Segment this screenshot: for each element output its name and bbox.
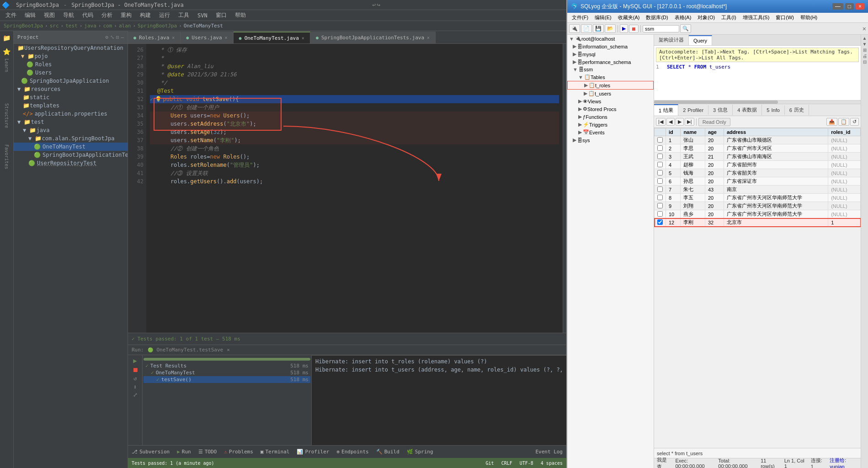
sqlyog-btn-connect[interactable]: 🔌 (569, 24, 580, 33)
db-tree-sys[interactable]: ▶ 🗄 sys (567, 136, 654, 144)
bc-test[interactable]: test (65, 23, 78, 29)
col-header-name[interactable]: name (681, 128, 705, 136)
sidebar-expand-icon[interactable]: ⤡ (110, 34, 114, 40)
sidebar-gear-icon[interactable]: ⊡ (116, 34, 119, 40)
menu-help[interactable]: 帮助 (231, 11, 250, 20)
result-row-4-cb[interactable] (655, 161, 666, 169)
result-row-1-cb[interactable] (655, 136, 666, 144)
icon-structure[interactable]: Structure (2, 111, 12, 121)
icon-project[interactable]: 📁 (2, 33, 12, 43)
sqlyog-menu-obj[interactable]: 对象(O) (695, 13, 718, 22)
icon-favorites[interactable]: ⭐ (2, 47, 12, 57)
menu-svn[interactable]: SVN (194, 11, 211, 20)
sqlyog-menu-table[interactable]: 表格(A) (672, 13, 694, 22)
tab-onetomany[interactable]: ● OneToManyTest.java × (234, 32, 310, 43)
editor-scrollbar[interactable] (563, 44, 566, 333)
sqlyog-tab-query[interactable]: Query (689, 35, 712, 45)
menu-build[interactable]: 构建 (136, 11, 154, 20)
result-row-8-cb[interactable] (655, 194, 666, 202)
menu-analyze[interactable]: 分析 (98, 11, 116, 20)
tool-event-log[interactable]: Event Log (535, 449, 563, 455)
result-btn-refresh[interactable]: ↺ (850, 118, 859, 126)
db-tree-views[interactable]: ▶ 👁 Views (567, 97, 654, 105)
tree-item-onetomany[interactable]: 🟢 OneToManyTest (14, 143, 128, 151)
tool-run[interactable]: ▶ Run (177, 449, 191, 455)
test-result-row-2[interactable]: ✓ testSave() 518 ms (144, 376, 310, 383)
result-row-6-cb[interactable] (655, 177, 666, 186)
tree-item-roles[interactable]: 🟢 Roles (14, 60, 128, 69)
sqlyog-menu-tools[interactable]: 工具(I) (719, 13, 739, 22)
col-header-address[interactable]: address (724, 128, 828, 136)
sqlyog-side-icon-1[interactable]: ▲ (863, 36, 867, 41)
result-row-2[interactable]: 2 李思 20 广东省广州市天河区 (NULL) (655, 144, 861, 153)
sqlyog-search-input[interactable] (643, 25, 679, 32)
col-header-id[interactable]: id (666, 128, 681, 136)
test-stop-btn[interactable]: ⏹ (132, 366, 138, 373)
result-row-6[interactable]: 6 孙思 20 广东省深证市 (NULL) (655, 177, 861, 186)
db-tree-mysql[interactable]: ▶ 🗄 mysql (567, 50, 654, 58)
tree-item-resources[interactable]: ▼ 📁 resources (14, 85, 128, 93)
db-tree-t-users[interactable]: ▶ 📋 t_users (567, 90, 654, 97)
tree-item-appprops[interactable]: </> application.properties (14, 110, 128, 118)
result-row-3[interactable]: 3 王武 21 广东省佛山市南海区 (NULL) (655, 153, 861, 161)
sqlyog-minimize-btn[interactable]: — (832, 3, 843, 10)
result-row-12-cb[interactable] (655, 218, 666, 227)
tool-problems[interactable]: ⚠ Problems (224, 449, 253, 455)
icon-favorites2[interactable]: Favorites (2, 152, 12, 162)
result-row-2-cb[interactable] (655, 144, 666, 153)
result-row-8[interactable]: 8 李五 20 广东省广州市天河区华南师范大学 (NULL) (655, 194, 861, 202)
toolbar-center-btn1[interactable]: ↩ (373, 1, 376, 8)
tab-users[interactable]: ● Users.java × (181, 32, 233, 43)
tool-subversion[interactable]: ⎇ Subversion (132, 449, 170, 455)
result-row-5[interactable]: 5 钱海 20 广东省韶关市 (NULL) (655, 169, 861, 177)
menu-navigate[interactable]: 导航 (59, 11, 78, 20)
tree-item-springapp[interactable]: 🟢 SpringBootJpaApplication (14, 77, 128, 85)
result-btn-export[interactable]: 📤 (826, 118, 837, 126)
sql-query-text[interactable]: SELECT * FROM t_users (667, 64, 730, 70)
sqlyog-menu-help[interactable]: 帮助(H) (798, 13, 820, 22)
sqlyog-right-close[interactable]: × (863, 25, 866, 32)
sqlyog-btn-new[interactable]: 📄 (581, 24, 592, 33)
result-row-12[interactable]: 12 李刚 32 北京市 1 (655, 218, 861, 227)
tree-item-users[interactable]: 🟢 Users (14, 69, 128, 77)
result-btn-last[interactable]: ▶| (685, 118, 694, 126)
sqlyog-search-btn[interactable]: 🔍 (680, 24, 691, 33)
result-row-4[interactable]: 4 赵柳 20 广东省韶州市 (NULL) (655, 161, 861, 169)
sqlyog-menu-edit[interactable]: 编辑(E) (592, 13, 614, 22)
tree-item-springapptests[interactable]: 🟢 SpringBootJpaApplicationTests (14, 151, 128, 159)
tab-roles[interactable]: ● Roles.java × (128, 32, 181, 43)
tool-endpoints[interactable]: ⊕ Endpoints (336, 449, 368, 455)
tree-item-static[interactable]: 📁 static (14, 93, 128, 101)
sql-result-scroll[interactable]: id name age address roles_id (654, 128, 861, 448)
test-result-row-0[interactable]: ✓ Test Results 518 ms (144, 362, 310, 369)
menu-edit[interactable]: 编辑 (21, 11, 39, 20)
tool-profiler[interactable]: 📊 Profiler (297, 449, 329, 455)
sidebar-minimize-icon[interactable]: — (121, 34, 124, 40)
tool-spring[interactable]: 🌿 Spring (407, 449, 433, 455)
sqlyog-menu-enhanced[interactable]: 增强工具(S) (740, 13, 772, 22)
db-tree-info-schema[interactable]: ▶ 🗄 information_schema (567, 43, 654, 50)
tab-roles-close[interactable]: × (172, 35, 175, 40)
test-expand-btn[interactable]: ⤢ (133, 392, 138, 398)
code-editor[interactable]: 26272829 30313233 34353637 3839404142 * … (128, 44, 566, 333)
menu-file[interactable]: 文件 (2, 11, 20, 20)
sqlyog-side-icon-4[interactable]: 🖨 (863, 53, 867, 58)
tool-terminal[interactable]: ▣ Terminal (261, 449, 290, 455)
result-row-1[interactable]: 1 张山 20 广东省佛山市顺德区 (NULL) (655, 136, 861, 144)
result-row-10-cb[interactable] (655, 210, 666, 218)
menu-view[interactable]: 视图 (40, 11, 59, 20)
db-tree-triggers[interactable]: ▶ ⚡ Triggers (567, 121, 654, 128)
test-run-btn[interactable]: ▶ (133, 357, 137, 364)
result-btn-copy[interactable]: 📋 (838, 118, 849, 126)
db-tree-root[interactable]: ▼ 🔌 root@localhost (567, 35, 654, 43)
sqlyog-restore-btn[interactable]: □ (845, 3, 854, 10)
sidebar-settings-icon[interactable]: ⚙ (105, 34, 108, 40)
code-lines-content[interactable]: * ① 保存 * * @user Alan_liu (146, 44, 563, 333)
bc-file[interactable]: OneToManyTest (184, 23, 223, 29)
result-row-3-cb[interactable] (655, 153, 666, 161)
sqlyog-tab-schema[interactable]: 架构设计器 (654, 35, 689, 45)
tree-item-templates[interactable]: 📁 templates (14, 101, 128, 110)
tree-item-java[interactable]: ▼ 📁 java (14, 126, 128, 134)
tool-todo[interactable]: ☰ TODO (198, 449, 217, 455)
sqlyog-btn-stop[interactable]: ⏹ (629, 25, 639, 33)
